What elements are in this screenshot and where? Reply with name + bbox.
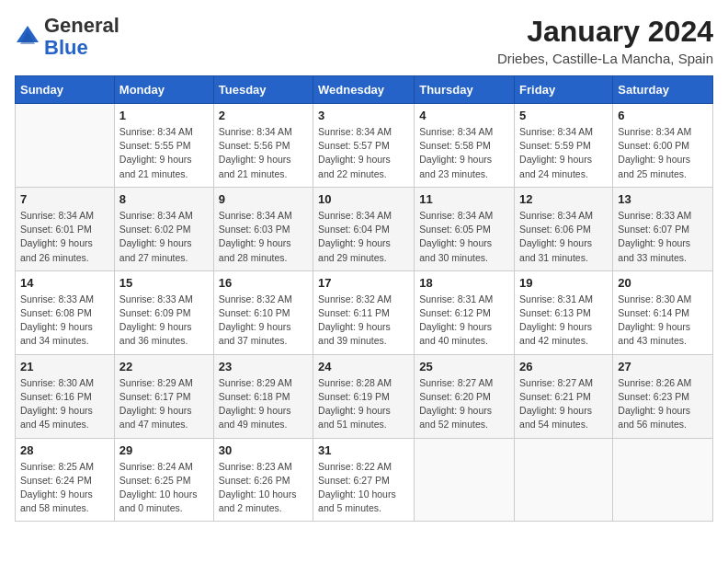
calendar-cell: 18Sunrise: 8:31 AM Sunset: 6:12 PM Dayli…: [415, 270, 515, 354]
day-number: 12: [519, 192, 608, 206]
logo-general-text: General: [44, 14, 119, 37]
calendar-table: SundayMondayTuesdayWednesdayThursdayFrid…: [15, 75, 713, 522]
day-number: 15: [119, 276, 209, 290]
day-info: Sunrise: 8:34 AM Sunset: 6:00 PM Dayligh…: [618, 125, 708, 181]
day-info: Sunrise: 8:34 AM Sunset: 6:06 PM Dayligh…: [519, 209, 608, 265]
day-info: Sunrise: 8:30 AM Sunset: 6:14 PM Dayligh…: [618, 293, 708, 349]
day-number: 13: [618, 192, 708, 206]
day-info: Sunrise: 8:33 AM Sunset: 6:08 PM Dayligh…: [20, 293, 109, 349]
weekday-header-thursday: Thursday: [415, 76, 515, 104]
day-info: Sunrise: 8:33 AM Sunset: 6:07 PM Dayligh…: [618, 209, 708, 265]
calendar-cell: [613, 438, 713, 522]
weekday-header-row: SundayMondayTuesdayWednesdayThursdayFrid…: [16, 76, 713, 104]
day-number: 2: [219, 109, 308, 122]
week-row-5: 28Sunrise: 8:25 AM Sunset: 6:24 PM Dayli…: [16, 438, 713, 522]
page-header: General Blue January 2024 Driebes, Casti…: [15, 15, 713, 66]
day-info: Sunrise: 8:34 AM Sunset: 6:04 PM Dayligh…: [318, 209, 409, 265]
day-number: 16: [219, 276, 308, 290]
calendar-cell: 15Sunrise: 8:33 AM Sunset: 6:09 PM Dayli…: [114, 270, 213, 354]
calendar-cell: 1Sunrise: 8:34 AM Sunset: 5:55 PM Daylig…: [114, 104, 213, 188]
day-info: Sunrise: 8:34 AM Sunset: 5:57 PM Dayligh…: [318, 125, 409, 181]
calendar-cell: 2Sunrise: 8:34 AM Sunset: 5:56 PM Daylig…: [213, 104, 313, 188]
day-number: 21: [20, 360, 109, 373]
day-number: 30: [219, 443, 308, 457]
day-info: Sunrise: 8:34 AM Sunset: 6:01 PM Dayligh…: [20, 209, 109, 265]
calendar-cell: 12Sunrise: 8:34 AM Sunset: 6:06 PM Dayli…: [515, 187, 613, 270]
calendar-cell: 17Sunrise: 8:32 AM Sunset: 6:11 PM Dayli…: [313, 270, 415, 354]
month-title: January 2024: [497, 15, 713, 49]
day-number: 4: [419, 109, 509, 122]
day-info: Sunrise: 8:34 AM Sunset: 6:02 PM Dayligh…: [119, 209, 209, 265]
day-info: Sunrise: 8:34 AM Sunset: 5:58 PM Dayligh…: [419, 125, 509, 181]
day-info: Sunrise: 8:33 AM Sunset: 6:09 PM Dayligh…: [119, 293, 209, 349]
day-number: 19: [519, 276, 608, 290]
day-info: Sunrise: 8:34 AM Sunset: 5:59 PM Dayligh…: [519, 125, 608, 181]
weekday-header-sunday: Sunday: [16, 76, 115, 104]
day-info: Sunrise: 8:34 AM Sunset: 6:03 PM Dayligh…: [219, 209, 308, 265]
calendar-cell: 26Sunrise: 8:27 AM Sunset: 6:21 PM Dayli…: [515, 354, 613, 438]
calendar-cell: [16, 104, 115, 188]
calendar-cell: 24Sunrise: 8:28 AM Sunset: 6:19 PM Dayli…: [313, 354, 415, 438]
week-row-3: 14Sunrise: 8:33 AM Sunset: 6:08 PM Dayli…: [16, 270, 713, 354]
day-info: Sunrise: 8:32 AM Sunset: 6:10 PM Dayligh…: [219, 293, 308, 349]
day-number: 10: [318, 192, 409, 206]
day-number: 24: [318, 360, 409, 373]
day-info: Sunrise: 8:26 AM Sunset: 6:23 PM Dayligh…: [618, 376, 708, 432]
location-subtitle: Driebes, Castille-La Mancha, Spain: [497, 51, 713, 66]
calendar-cell: 13Sunrise: 8:33 AM Sunset: 6:07 PM Dayli…: [613, 187, 713, 270]
calendar-cell: 9Sunrise: 8:34 AM Sunset: 6:03 PM Daylig…: [213, 187, 313, 270]
logo-blue-text: Blue: [44, 36, 88, 59]
logo-icon: [15, 24, 40, 50]
weekday-header-monday: Monday: [114, 76, 213, 104]
day-number: 17: [318, 276, 409, 290]
day-number: 8: [119, 192, 209, 206]
calendar-cell: 3Sunrise: 8:34 AM Sunset: 5:57 PM Daylig…: [313, 104, 415, 188]
calendar-cell: 29Sunrise: 8:24 AM Sunset: 6:25 PM Dayli…: [114, 438, 213, 522]
day-number: 31: [318, 443, 409, 457]
weekday-header-wednesday: Wednesday: [313, 76, 415, 104]
calendar-cell: 28Sunrise: 8:25 AM Sunset: 6:24 PM Dayli…: [16, 438, 115, 522]
day-number: 1: [119, 109, 209, 122]
calendar-cell: [415, 438, 515, 522]
calendar-cell: 14Sunrise: 8:33 AM Sunset: 6:08 PM Dayli…: [16, 270, 115, 354]
day-info: Sunrise: 8:31 AM Sunset: 6:13 PM Dayligh…: [519, 293, 608, 349]
day-info: Sunrise: 8:29 AM Sunset: 6:17 PM Dayligh…: [119, 376, 209, 432]
weekday-header-tuesday: Tuesday: [213, 76, 313, 104]
day-info: Sunrise: 8:25 AM Sunset: 6:24 PM Dayligh…: [20, 460, 109, 516]
calendar-cell: 21Sunrise: 8:30 AM Sunset: 6:16 PM Dayli…: [16, 354, 115, 438]
calendar-cell: 19Sunrise: 8:31 AM Sunset: 6:13 PM Dayli…: [515, 270, 613, 354]
weekday-header-friday: Friday: [515, 76, 613, 104]
day-number: 29: [119, 443, 209, 457]
week-row-1: 1Sunrise: 8:34 AM Sunset: 5:55 PM Daylig…: [16, 104, 713, 188]
calendar-cell: 16Sunrise: 8:32 AM Sunset: 6:10 PM Dayli…: [213, 270, 313, 354]
day-number: 6: [618, 109, 708, 122]
calendar-cell: 27Sunrise: 8:26 AM Sunset: 6:23 PM Dayli…: [613, 354, 713, 438]
day-info: Sunrise: 8:34 AM Sunset: 5:56 PM Dayligh…: [219, 125, 308, 181]
day-info: Sunrise: 8:24 AM Sunset: 6:25 PM Dayligh…: [119, 460, 209, 516]
calendar-cell: [515, 438, 613, 522]
title-block: January 2024 Driebes, Castille-La Mancha…: [497, 15, 713, 66]
day-number: 22: [119, 360, 209, 373]
day-number: 25: [419, 360, 509, 373]
calendar-cell: 8Sunrise: 8:34 AM Sunset: 6:02 PM Daylig…: [114, 187, 213, 270]
calendar-cell: 11Sunrise: 8:34 AM Sunset: 6:05 PM Dayli…: [415, 187, 515, 270]
day-number: 23: [219, 360, 308, 373]
week-row-2: 7Sunrise: 8:34 AM Sunset: 6:01 PM Daylig…: [16, 187, 713, 270]
day-info: Sunrise: 8:32 AM Sunset: 6:11 PM Dayligh…: [318, 293, 409, 349]
day-number: 14: [20, 276, 109, 290]
weekday-header-saturday: Saturday: [613, 76, 713, 104]
calendar-cell: 5Sunrise: 8:34 AM Sunset: 5:59 PM Daylig…: [515, 104, 613, 188]
day-info: Sunrise: 8:30 AM Sunset: 6:16 PM Dayligh…: [20, 376, 109, 432]
calendar-cell: 4Sunrise: 8:34 AM Sunset: 5:58 PM Daylig…: [415, 104, 515, 188]
day-number: 26: [519, 360, 608, 373]
calendar-cell: 30Sunrise: 8:23 AM Sunset: 6:26 PM Dayli…: [213, 438, 313, 522]
calendar-cell: 23Sunrise: 8:29 AM Sunset: 6:18 PM Dayli…: [213, 354, 313, 438]
week-row-4: 21Sunrise: 8:30 AM Sunset: 6:16 PM Dayli…: [16, 354, 713, 438]
day-info: Sunrise: 8:28 AM Sunset: 6:19 PM Dayligh…: [318, 376, 409, 432]
day-number: 28: [20, 443, 109, 457]
day-info: Sunrise: 8:34 AM Sunset: 6:05 PM Dayligh…: [419, 209, 509, 265]
day-number: 27: [618, 360, 708, 373]
day-info: Sunrise: 8:29 AM Sunset: 6:18 PM Dayligh…: [219, 376, 308, 432]
day-number: 18: [419, 276, 509, 290]
day-number: 3: [318, 109, 409, 122]
